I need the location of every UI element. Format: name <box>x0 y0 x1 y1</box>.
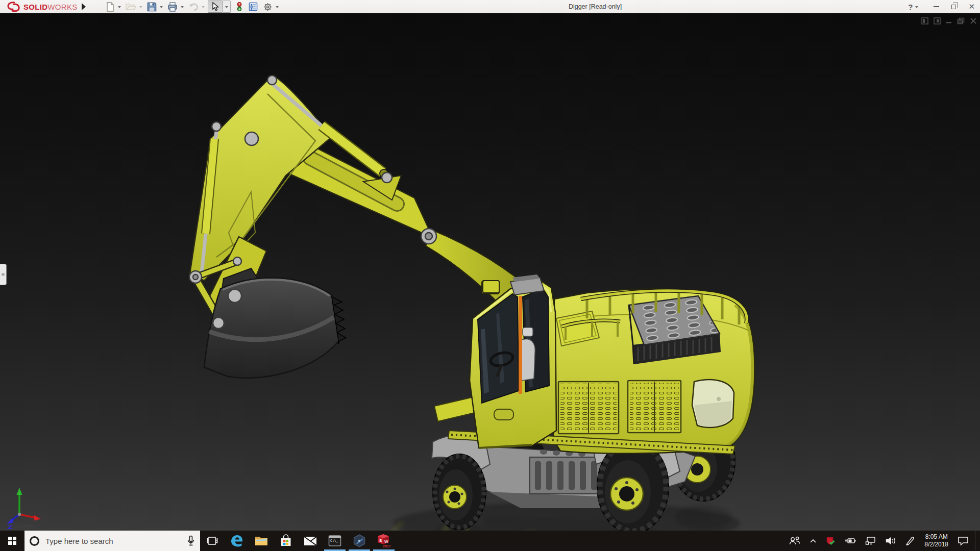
command-prompt-icon: C:\_ <box>328 535 341 547</box>
running-indicator <box>373 549 395 551</box>
options-gear-icon <box>263 2 273 12</box>
orange-stripe <box>519 296 522 394</box>
save-floppy-icon <box>147 2 157 12</box>
taskbar-search[interactable] <box>24 531 200 551</box>
excavator-model[interactable] <box>0 13 980 531</box>
action-center-button[interactable] <box>955 531 971 551</box>
volume-button[interactable] <box>883 531 899 551</box>
open-dropdown-icon[interactable] <box>139 6 142 10</box>
undo-arrow-icon <box>188 2 199 11</box>
system-tray: 8:05 AM 8/2/2018 <box>786 531 980 551</box>
bucket[interactable] <box>204 268 346 378</box>
hexagon-app-button[interactable] <box>347 531 372 551</box>
solidworks-resource-monitor-icon <box>825 536 836 546</box>
save-button[interactable] <box>145 1 158 13</box>
solidworks-logo: SOLIDWORKS <box>6 0 78 13</box>
graphics-area[interactable]: *Dimetric <box>0 13 980 531</box>
taskbar: C:\_ S W 2017 <box>0 531 980 551</box>
close-document-icon[interactable] <box>970 17 977 24</box>
title-bar: SOLIDWORKS <box>0 0 980 13</box>
brand-solid: SOLID <box>23 3 47 11</box>
menu-flyout-arrow-icon[interactable] <box>82 3 86 10</box>
edge-button[interactable] <box>225 531 249 551</box>
power-button[interactable] <box>842 531 859 551</box>
pen-icon <box>905 536 915 546</box>
open-folder-icon <box>126 2 136 11</box>
new-dropdown-icon[interactable] <box>118 6 121 10</box>
mail-icon <box>303 535 317 546</box>
restore-document-icon[interactable] <box>957 17 965 24</box>
pen-button[interactable] <box>902 531 918 551</box>
window-title: Digger [Read-only] <box>521 0 670 13</box>
power-battery-icon <box>844 537 856 545</box>
feature-panel-tab[interactable] <box>0 264 7 285</box>
new-window-icon[interactable] <box>921 17 929 24</box>
mail-button[interactable] <box>298 531 323 551</box>
tile-window-icon[interactable] <box>934 17 941 24</box>
minimize-button[interactable] <box>934 6 939 7</box>
solidworks-2017-button[interactable]: S W 2017 <box>372 531 396 551</box>
select-dropdown-button[interactable] <box>223 1 231 13</box>
network-button[interactable] <box>863 531 879 551</box>
taskbar-apps: C:\_ S W 2017 <box>200 531 396 551</box>
rebuild-button[interactable] <box>235 1 244 13</box>
start-button[interactable] <box>0 531 24 551</box>
people-icon <box>789 536 801 546</box>
select-dropdown-icon <box>225 6 228 10</box>
clock[interactable]: 8:05 AM 8/2/2018 <box>921 533 951 548</box>
file-properties-icon <box>249 2 258 11</box>
solidworks-monitor-button[interactable] <box>823 531 838 551</box>
restore-icon <box>951 5 956 9</box>
volume-icon <box>885 536 896 545</box>
help-button[interactable]: ? <box>908 3 921 11</box>
action-center-icon <box>958 536 969 546</box>
open-button[interactable] <box>124 1 138 13</box>
options-dropdown-icon[interactable] <box>276 6 279 10</box>
undo-dropdown-icon[interactable] <box>202 6 205 10</box>
tray-date: 8/2/2018 <box>924 541 948 548</box>
people-button[interactable] <box>786 531 803 551</box>
new-document-icon <box>106 2 115 12</box>
brand-works: WORKS <box>47 3 77 11</box>
minimize-document-icon[interactable] <box>946 17 952 24</box>
search-input[interactable] <box>45 537 187 545</box>
microphone-icon[interactable] <box>187 535 195 546</box>
options-button[interactable] <box>261 1 274 13</box>
file-properties-button[interactable] <box>247 1 259 13</box>
sw-letter-s: S <box>379 538 382 543</box>
save-dropdown-icon[interactable] <box>160 6 163 10</box>
minimize-icon <box>934 6 939 7</box>
hexagon-app-icon <box>352 534 366 548</box>
store-button[interactable] <box>274 531 298 551</box>
command-prompt-button[interactable]: C:\_ <box>323 531 347 551</box>
cmd-label: C:\_ <box>330 539 338 543</box>
rebuild-traffic-light-icon <box>236 2 242 12</box>
print-button[interactable] <box>166 1 179 13</box>
restore-button[interactable] <box>951 5 956 9</box>
new-document-button[interactable] <box>104 1 116 13</box>
solidworks-2017-icon: S W 2017 <box>376 533 391 548</box>
close-button[interactable]: ✕ <box>968 2 975 11</box>
close-icon: ✕ <box>968 2 975 11</box>
task-view-button[interactable] <box>200 531 225 551</box>
select-tool-button[interactable] <box>208 1 223 13</box>
chevron-up-icon <box>810 538 817 543</box>
undo-button[interactable] <box>187 1 200 13</box>
running-indicator <box>349 549 370 551</box>
file-explorer-icon <box>254 535 268 547</box>
window-controls: ? ✕ <box>908 0 975 13</box>
windows-logo-icon <box>8 537 16 545</box>
front-left-wheel[interactable] <box>433 454 486 530</box>
quick-access-toolbar <box>104 1 282 13</box>
show-desktop-button[interactable] <box>975 531 978 551</box>
help-label: ? <box>908 3 913 11</box>
tray-overflow-button[interactable] <box>807 531 819 551</box>
tray-time: 8:05 AM <box>924 533 948 541</box>
sw-letter-w: W <box>384 539 388 544</box>
print-dropdown-icon[interactable] <box>181 6 184 10</box>
running-indicator <box>324 549 346 551</box>
cortana-icon[interactable] <box>30 536 39 546</box>
file-explorer-button[interactable] <box>249 531 274 551</box>
edge-icon <box>230 534 244 548</box>
cab[interactable] <box>470 274 556 448</box>
